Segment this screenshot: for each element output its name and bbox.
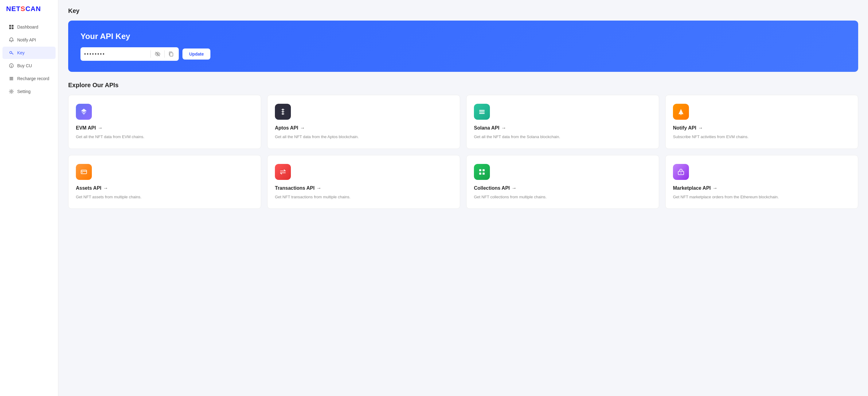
api-card-collections[interactable]: Collections API → Get NFT collections fr… xyxy=(466,155,659,209)
api-name: Collections API xyxy=(474,186,510,191)
svg-rect-27 xyxy=(81,170,87,174)
sidebar-item-label: Setting xyxy=(17,89,31,94)
svg-rect-0 xyxy=(9,25,11,27)
key-input-wrapper xyxy=(81,47,179,61)
api-name-row: Assets API → xyxy=(76,186,253,191)
sidebar-item-label: Notify API xyxy=(17,37,36,42)
logo-text: NETSCAN xyxy=(6,5,41,12)
svg-rect-1 xyxy=(12,25,13,27)
api-card-evm[interactable]: EVM API → Get all the NFT data from EVM … xyxy=(68,95,261,149)
api-name: Marketplace API xyxy=(673,186,711,191)
api-grid: EVM API → Get all the NFT data from EVM … xyxy=(68,95,858,209)
sidebar-item-setting[interactable]: Setting xyxy=(2,85,56,98)
api-desc: Get all the NFT data from the Solana blo… xyxy=(474,134,651,140)
sidebar-item-label: Dashboard xyxy=(17,25,38,30)
key-input-row: Update xyxy=(81,47,846,61)
api-name-row: Aptos API → xyxy=(275,125,453,131)
api-name: Transactions API xyxy=(275,186,314,191)
arrow-icon: → xyxy=(713,186,717,191)
arrow-icon: → xyxy=(300,125,305,131)
svg-point-10 xyxy=(11,91,12,92)
sidebar-item-notify-api[interactable]: Notify API xyxy=(2,34,56,46)
svg-rect-30 xyxy=(483,169,485,171)
arrow-icon: → xyxy=(98,125,102,131)
svg-text:$: $ xyxy=(11,65,12,68)
svg-rect-13 xyxy=(170,53,173,56)
svg-marker-14 xyxy=(81,109,87,112)
svg-rect-2 xyxy=(9,27,11,29)
aptos-icon xyxy=(275,104,291,120)
copy-key-button[interactable] xyxy=(167,50,175,58)
marketplace-icon xyxy=(673,164,689,180)
arrow-icon: → xyxy=(316,186,321,191)
svg-rect-31 xyxy=(479,172,481,175)
banner-heading: Your API Key xyxy=(81,32,846,41)
solana-icon xyxy=(474,104,490,120)
api-desc: Get NFT marketplace orders from the Ethe… xyxy=(673,194,850,200)
api-desc: Get all the NFT data from the Aptos bloc… xyxy=(275,134,453,140)
api-name-row: Marketplace API → xyxy=(673,186,850,191)
arrow-icon: → xyxy=(698,125,703,131)
page-title: Key xyxy=(68,7,858,14)
svg-rect-32 xyxy=(483,172,485,175)
api-name-row: EVM API → xyxy=(76,125,253,131)
api-name-row: Notify API → xyxy=(673,125,850,131)
api-desc: Subscribe NFT activities from EVM chains… xyxy=(673,134,850,140)
svg-rect-29 xyxy=(479,169,481,171)
sidebar-item-label: Recharge record xyxy=(17,76,49,81)
svg-point-34 xyxy=(681,172,682,173)
toggle-visibility-button[interactable] xyxy=(153,50,162,58)
explore-title: Explore Our APIs xyxy=(68,81,858,89)
api-card-solana[interactable]: Solana API → Get all the NFT data from t… xyxy=(466,95,659,149)
sidebar-item-buy-cu[interactable]: $ Buy CU xyxy=(2,60,56,72)
api-key-input[interactable] xyxy=(84,51,148,57)
api-card-transactions[interactable]: Transactions API → Get NFT transactions … xyxy=(267,155,460,209)
api-desc: Get all the NFT data from EVM chains. xyxy=(76,134,253,140)
sidebar: NETSCAN Dashboard No xyxy=(0,0,58,396)
key-icon xyxy=(9,50,14,56)
list-icon xyxy=(9,76,14,81)
svg-rect-22 xyxy=(479,110,485,111)
collections-icon xyxy=(474,164,490,180)
svg-point-28 xyxy=(82,172,83,173)
notify-icon xyxy=(673,104,689,120)
api-key-banner: Your API Key xyxy=(68,21,858,72)
logo: NETSCAN xyxy=(0,5,58,20)
svg-rect-3 xyxy=(12,27,13,29)
bell-icon xyxy=(9,37,14,43)
arrow-icon: → xyxy=(103,186,108,191)
update-key-button[interactable]: Update xyxy=(182,48,210,60)
api-card-assets[interactable]: Assets API → Get NFT assets from multipl… xyxy=(68,155,261,209)
evm-icon xyxy=(76,104,92,120)
svg-rect-24 xyxy=(479,113,485,114)
api-name: Notify API xyxy=(673,125,696,131)
api-name: Aptos API xyxy=(275,125,298,131)
assets-icon xyxy=(76,164,92,180)
nav: Dashboard Notify API Key xyxy=(0,20,58,98)
api-name-row: Solana API → xyxy=(474,125,651,131)
api-desc: Get NFT assets from multiple chains. xyxy=(76,194,253,200)
api-name: EVM API xyxy=(76,125,96,131)
api-name: Assets API xyxy=(76,186,101,191)
api-name-row: Transactions API → xyxy=(275,186,453,191)
svg-point-4 xyxy=(10,52,12,54)
sidebar-item-label: Key xyxy=(17,51,25,55)
sidebar-item-dashboard[interactable]: Dashboard xyxy=(2,21,56,33)
api-name: Solana API xyxy=(474,125,499,131)
svg-point-26 xyxy=(681,114,682,115)
api-card-aptos[interactable]: Aptos API → Get all the NFT data from th… xyxy=(267,95,460,149)
api-card-notify[interactable]: Notify API → Subscribe NFT activities fr… xyxy=(665,95,858,149)
api-desc: Get NFT transactions from multiple chain… xyxy=(275,194,453,200)
circle-icon: $ xyxy=(9,63,14,68)
transactions-icon xyxy=(275,164,291,180)
divider2 xyxy=(164,51,165,58)
api-card-marketplace[interactable]: Marketplace API → Get NFT marketplace or… xyxy=(665,155,858,209)
api-name-row: Collections API → xyxy=(474,186,651,191)
sidebar-item-recharge-record[interactable]: Recharge record xyxy=(2,72,56,85)
svg-marker-25 xyxy=(679,109,683,114)
svg-rect-23 xyxy=(479,111,485,112)
sidebar-item-key[interactable]: Key xyxy=(2,47,56,59)
main-content: Key Your API Key xyxy=(58,0,868,396)
grid-icon xyxy=(9,24,14,30)
svg-rect-9 xyxy=(9,79,13,80)
